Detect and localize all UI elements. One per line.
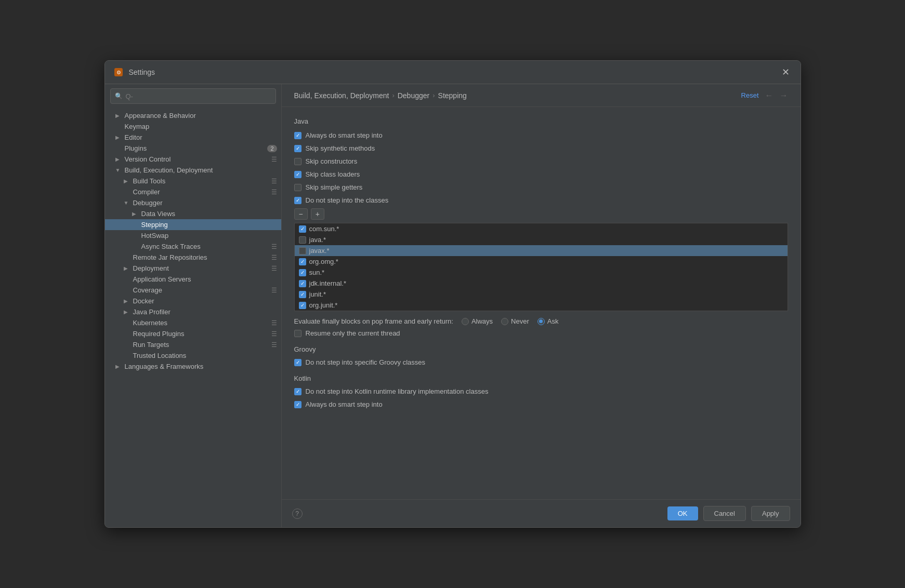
sidebar-item-coverage[interactable]: Coverage ☰ (105, 285, 281, 296)
sidebar-item-run-targets[interactable]: Run Targets ☰ (105, 339, 281, 350)
search-box[interactable]: 🔍 (110, 88, 276, 104)
list-icon: ☰ (271, 330, 277, 338)
class-row-org-omg[interactable]: org.omg.* (295, 256, 788, 267)
ok-button[interactable]: OK (667, 506, 698, 520)
sidebar-item-app-servers[interactable]: Application Servers (105, 274, 281, 285)
sidebar-item-languages[interactable]: ▶ Languages & Frameworks (105, 361, 281, 372)
class-row-com-sun[interactable]: com.sun.* (295, 223, 788, 234)
add-class-button[interactable]: + (311, 208, 324, 220)
reset-link[interactable]: Reset (741, 91, 759, 99)
sidebar-item-build-exec[interactable]: ▼ Build, Execution, Deployment (105, 165, 281, 176)
radio-btn-always[interactable] (462, 318, 469, 325)
remove-class-button[interactable]: − (294, 208, 308, 220)
radio-never[interactable]: Never (501, 317, 529, 325)
dialog-title: Settings (129, 68, 780, 76)
class-row-sun[interactable]: sun.* (295, 267, 788, 278)
sidebar-item-compiler[interactable]: Compiler ☰ (105, 186, 281, 197)
checkbox-com-sun[interactable] (299, 225, 306, 233)
sidebar-item-data-views[interactable]: ▶ Data Views (105, 208, 281, 219)
checkbox-skip-constructors[interactable] (294, 158, 301, 165)
option-kotlin-no-step: Do not step into Kotlin runtime library … (294, 386, 788, 396)
sidebar-item-version-control[interactable]: ▶ Version Control ☰ (105, 154, 281, 165)
expand-arrow: ▶ (124, 178, 131, 184)
list-icon: ☰ (271, 341, 277, 349)
class-row-jdk-internal[interactable]: jdk.internal.* (295, 278, 788, 289)
sidebar-item-plugins[interactable]: Plugins 2 (105, 143, 281, 154)
breadcrumb-part2: Debugger (398, 91, 430, 100)
radio-btn-ask[interactable] (537, 318, 545, 325)
expand-arrow: ▶ (115, 135, 123, 140)
class-row-java[interactable]: java.* (295, 234, 788, 245)
sidebar-item-java-profiler[interactable]: ▶ Java Profiler (105, 306, 281, 317)
list-icon: ☰ (271, 319, 277, 327)
option-kotlin-always-smart: Always do smart step into (294, 399, 788, 409)
sidebar-item-stepping[interactable]: Stepping (105, 219, 281, 230)
option-skip-synthetic: Skip synthetic methods (294, 143, 788, 153)
help-button[interactable]: ? (292, 509, 303, 519)
list-icon: ☰ (271, 287, 277, 294)
sidebar-item-kubernetes[interactable]: Kubernetes ☰ (105, 317, 281, 328)
checkbox-always-smart-step[interactable] (294, 132, 301, 139)
list-icon: ☰ (271, 178, 277, 185)
sidebar-item-build-tools[interactable]: ▶ Build Tools ☰ (105, 176, 281, 186)
radio-ask[interactable]: Ask (537, 317, 559, 325)
option-always-smart-step: Always do smart step into (294, 130, 788, 140)
checkbox-groovy-no-step[interactable] (294, 359, 301, 366)
checkbox-java[interactable] (299, 236, 306, 244)
sidebar-item-keymap[interactable]: Keymap (105, 121, 281, 132)
expand-arrow: ▶ (115, 113, 123, 118)
expand-arrow: ▶ (115, 156, 123, 162)
checkbox-jdk-internal[interactable] (299, 280, 306, 287)
expand-arrow: ▶ (132, 211, 139, 217)
checkbox-resume-current-thread[interactable] (294, 330, 301, 337)
checkbox-kotlin-always-smart[interactable] (294, 401, 301, 408)
expand-arrow: ▶ (124, 265, 131, 271)
apply-button[interactable]: Apply (751, 506, 790, 521)
sidebar-item-deployment[interactable]: ▶ Deployment ☰ (105, 263, 281, 274)
option-skip-constructors: Skip constructors (294, 156, 788, 166)
sidebar-item-trusted-locations[interactable]: Trusted Locations (105, 350, 281, 361)
class-row-junit[interactable]: junit.* (295, 289, 788, 300)
checkbox-skip-simple-getters[interactable] (294, 184, 301, 191)
eval-finally-row: Evaluate finally blocks on pop frame and… (294, 317, 788, 325)
expand-arrow: ▶ (124, 298, 131, 304)
forward-arrow[interactable]: → (780, 91, 788, 100)
checkbox-org-junit[interactable] (299, 302, 306, 309)
checkbox-org-omg[interactable] (299, 258, 306, 265)
cancel-button[interactable]: Cancel (703, 506, 746, 521)
radio-always[interactable]: Always (462, 317, 493, 325)
sidebar-item-required-plugins[interactable]: Required Plugins ☰ (105, 328, 281, 339)
class-row-org-junit[interactable]: org.junit.* (295, 300, 788, 311)
sidebar: 🔍 ▶ Appearance & Behavior Keymap ▶ Edito… (105, 84, 282, 527)
search-input[interactable] (126, 92, 271, 100)
sidebar-item-editor[interactable]: ▶ Editor (105, 132, 281, 143)
sidebar-item-debugger[interactable]: ▼ Debugger (105, 197, 281, 208)
sidebar-item-remote-jar[interactable]: Remote Jar Repositories ☰ (105, 252, 281, 263)
search-icon: 🔍 (115, 92, 123, 100)
checkbox-skip-synthetic[interactable] (294, 145, 301, 152)
close-button[interactable]: ✕ (780, 66, 792, 78)
class-list: com.sun.* java.* javax.* org.omg.* (294, 223, 788, 311)
sidebar-item-docker[interactable]: ▶ Docker (105, 296, 281, 306)
breadcrumb-current: Stepping (438, 91, 467, 100)
expand-arrow: ▶ (115, 364, 123, 369)
checkbox-sun[interactable] (299, 269, 306, 276)
class-row-javax[interactable]: javax.* (295, 245, 788, 256)
kotlin-section-title: Kotlin (294, 375, 788, 382)
checkbox-kotlin-no-step[interactable] (294, 388, 301, 395)
checkbox-do-not-step[interactable] (294, 197, 301, 204)
groovy-section-title: Groovy (294, 345, 788, 353)
class-list-controls: − + (294, 208, 788, 220)
sidebar-item-hotswap[interactable]: HotSwap (105, 230, 281, 241)
checkbox-junit[interactable] (299, 291, 306, 298)
option-skip-class-loaders: Skip class loaders (294, 169, 788, 179)
sidebar-item-async-stack[interactable]: Async Stack Traces ☰ (105, 241, 281, 252)
checkbox-javax[interactable] (299, 247, 306, 255)
checkbox-skip-class-loaders[interactable] (294, 171, 301, 178)
settings-dialog: ⚙ Settings ✕ 🔍 ▶ Appearance & Behavior K… (104, 60, 801, 528)
java-section-title: Java (294, 117, 788, 125)
radio-btn-never[interactable] (501, 318, 508, 325)
back-arrow[interactable]: ← (765, 91, 773, 100)
breadcrumb-bar: Build, Execution, Deployment › Debugger … (282, 84, 801, 107)
sidebar-item-appearance[interactable]: ▶ Appearance & Behavior (105, 110, 281, 121)
